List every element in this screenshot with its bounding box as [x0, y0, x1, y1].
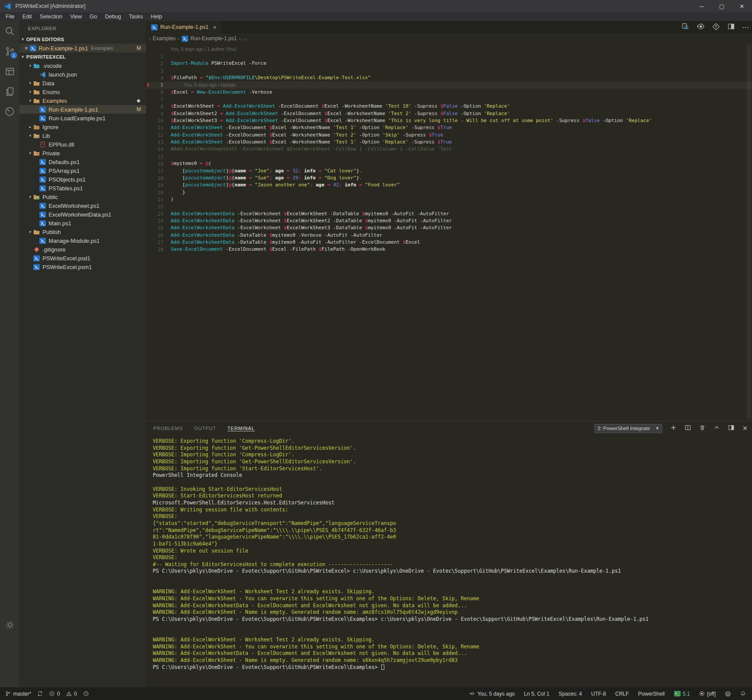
status-spaces-4[interactable]: Spaces: 4: [559, 691, 582, 697]
editor-scrollbar[interactable]: [747, 45, 751, 419]
code-line-20[interactable]: 20 }: [147, 189, 752, 196]
open-editors-header[interactable]: ▼ OPEN EDITORS: [19, 35, 146, 44]
tree-item--vscode[interactable]: ▾.vscode: [19, 61, 146, 70]
panel-tab-terminal[interactable]: TERMINAL: [228, 426, 255, 431]
status-crlf[interactable]: CRLF: [615, 691, 629, 697]
code-line-19[interactable]: 19 [pscustomobject]@{name = "Jason anoth…: [147, 182, 752, 189]
menu-debug[interactable]: Debug: [101, 12, 125, 21]
more-actions-icon[interactable]: ···: [742, 24, 749, 31]
terminal-output[interactable]: VERBOSE: Exporting function 'Compress-Lo…: [147, 435, 752, 687]
code-line-2[interactable]: 2Import-Module PSWriteExcel -Force: [147, 60, 752, 67]
split-terminal-icon[interactable]: [685, 424, 691, 432]
code-line-23[interactable]: 23Add-ExcelWorksheetData -ExcelWorksheet…: [147, 210, 752, 217]
new-terminal-icon[interactable]: [670, 424, 677, 432]
tree-item-psarray-ps1[interactable]: PSArray.ps1: [19, 166, 146, 175]
split-editor-icon[interactable]: [727, 23, 735, 32]
kill-terminal-icon[interactable]: [699, 424, 706, 432]
tree-item-psobjects-ps1[interactable]: PSObjects.ps1: [19, 175, 146, 184]
files-icon[interactable]: [0, 81, 19, 102]
gitlens-blame-icon[interactable]: [696, 22, 705, 32]
code-line-25[interactable]: 25Add-ExcelWorksheetData -ExcelWorksheet…: [147, 224, 752, 231]
code-line-10[interactable]: 10$ExcelWorkSheet3 = Add-ExcelWorkSheet …: [147, 117, 752, 124]
tree-item-run-example-1-ps1[interactable]: Run-Example-1.ps1M: [19, 105, 146, 114]
status-off[interactable]: [off]: [699, 691, 716, 697]
tree-item--gitignore[interactable]: .gitignore: [19, 245, 146, 254]
menu-view[interactable]: View: [66, 12, 86, 21]
status-clock[interactable]: [83, 691, 89, 696]
debug-icon[interactable]: [0, 102, 19, 122]
open-editor-item[interactable]: ✕ Run-Example-1.ps1 Examples M: [19, 44, 146, 52]
code-line-22[interactable]: 22: [147, 203, 752, 210]
workspace-root-header[interactable]: ▼ PSWRITEEXCEL: [19, 52, 146, 61]
menu-go[interactable]: Go: [86, 12, 101, 21]
tab-close-icon[interactable]: ×: [213, 24, 216, 31]
tree-item-pswriteexcel-psm1[interactable]: PSWriteExcel.psm1: [19, 262, 146, 271]
menu-file[interactable]: File: [2, 12, 18, 21]
search-icon[interactable]: [0, 21, 19, 41]
tree-item-private[interactable]: ▾Private: [19, 149, 146, 158]
code-line-17[interactable]: 17 [pscustomobject]@{name = "Joe"; age =…: [147, 168, 752, 175]
code-line-18[interactable]: 18 [pscustomobject]@{name = "Sue"; age =…: [147, 175, 752, 182]
tree-item-epplus-dll[interactable]: EPPlus.dll: [19, 140, 146, 149]
tree-item-public[interactable]: ▾Public: [19, 192, 146, 201]
menu-tasks[interactable]: Tasks: [125, 12, 147, 21]
code-line-13[interactable]: 13Add-ExcelWorkSheet -ExcelDocument $Exc…: [147, 139, 752, 146]
tree-item-examples[interactable]: ▾Examples: [19, 96, 146, 105]
code-line-27[interactable]: 27Add-ExcelWorksheetData -DataTable $myi…: [147, 239, 752, 246]
tree-item-enums[interactable]: ▾Enums: [19, 88, 146, 96]
breadcrumb-more[interactable]: ...: [243, 35, 247, 42]
tab-run-example-1[interactable]: Run-Example-1.ps1 ×: [147, 21, 221, 33]
menu-help[interactable]: Help: [147, 12, 166, 21]
tree-item-ignore[interactable]: ▸Ignore: [19, 122, 146, 131]
tree-item-excelworksheetdata-ps1[interactable]: ExcelWorksheetData.ps1: [19, 210, 146, 219]
tree-item-main-ps1[interactable]: Main.ps1: [19, 219, 146, 228]
tree-item-launch-json[interactable]: launch.json: [19, 70, 146, 79]
code-line-1[interactable]: 1: [147, 53, 752, 60]
code-line-12[interactable]: 12Add-ExcelWorkSheet -ExcelDocument $Exc…: [147, 132, 752, 139]
menu-selection[interactable]: Selection: [36, 12, 66, 21]
status-sync[interactable]: [37, 691, 43, 696]
code-line-28[interactable]: 28Save-ExcelDocument -ExcelDocument $Exc…: [147, 246, 752, 253]
tree-item-data[interactable]: ▾Data: [19, 79, 146, 88]
status-ln-5-col-1[interactable]: Ln 5, Col 1: [524, 691, 549, 697]
code-line-9[interactable]: 9$ExcelWorkSheet2 = Add-ExcelWorkSheet -…: [147, 110, 752, 117]
code-line-7[interactable]: 7: [147, 96, 752, 103]
maximize-button[interactable]: ▢: [712, 0, 732, 12]
editor-layout-icon[interactable]: [0, 61, 19, 81]
code-line-6[interactable]: 6$Excel = New-ExcelDocument -Verbose: [147, 89, 752, 96]
status-0[interactable]: 0: [66, 691, 77, 697]
close-panel-icon[interactable]: ✕: [742, 425, 748, 432]
menu-edit[interactable]: Edit: [18, 12, 36, 21]
breadcrumb-file[interactable]: Run-Example-1.ps1: [190, 35, 237, 42]
tree-item-manage-module-ps1[interactable]: Manage-Module.ps1: [19, 236, 146, 245]
tree-item-lib[interactable]: ▾Lib: [19, 131, 146, 140]
code-line-21[interactable]: 21): [147, 196, 752, 203]
minimize-button[interactable]: ─: [692, 0, 712, 12]
open-preview-icon[interactable]: [682, 23, 689, 32]
tree-item-defaults-ps1[interactable]: Defaults.ps1: [19, 158, 146, 166]
status-master[interactable]: master*: [5, 691, 31, 697]
code-line-5[interactable]: 5You, 5 days ago • Update: [147, 81, 752, 88]
status-5.1[interactable]: >_5.1: [674, 691, 690, 697]
tree-item-excelworksheet-ps1[interactable]: ExcelWorksheet.ps1: [19, 201, 146, 210]
status-bell[interactable]: [740, 691, 746, 696]
code-line-14[interactable]: 14#Add-ExcelWorkSheetCell -ExcelWorkshee…: [147, 146, 752, 153]
status-0[interactable]: 0: [49, 691, 60, 697]
tree-item-pstables-ps1[interactable]: PSTables.ps1: [19, 184, 146, 192]
settings-gear-icon[interactable]: [0, 615, 19, 635]
code-line-4[interactable]: 4$FilePath = "$Env:USERPROFILE\Desktop\P…: [147, 74, 752, 81]
gitlens-authors-lens[interactable]: You, 5 days ago | 1 author (You): [147, 46, 752, 53]
code-line-16[interactable]: 16$myitems0 = @(: [147, 160, 752, 167]
collapse-panel-icon[interactable]: [713, 424, 720, 432]
tree-item-run-loadexample-ps1[interactable]: Run-LoadExample.ps1: [19, 114, 146, 122]
status-powershell[interactable]: PowerShell: [638, 691, 665, 697]
tree-item-publish[interactable]: ▾Publish: [19, 228, 146, 236]
code-line-24[interactable]: 24Add-ExcelWorksheetData -ExcelWorksheet…: [147, 217, 752, 224]
source-control-icon[interactable]: 1: [0, 41, 19, 61]
status-you-5-days-ago[interactable]: You, 5 days ago: [469, 691, 515, 697]
status-smiley[interactable]: [725, 691, 731, 697]
close-icon[interactable]: ✕: [23, 46, 30, 51]
close-button[interactable]: ✕: [732, 0, 752, 12]
tree-item-pswriteexcel-psd1[interactable]: PSWriteExcel.psd1: [19, 254, 146, 262]
code-line-26[interactable]: 26Add-ExcelWorksheetData -DataTable $myi…: [147, 232, 752, 239]
